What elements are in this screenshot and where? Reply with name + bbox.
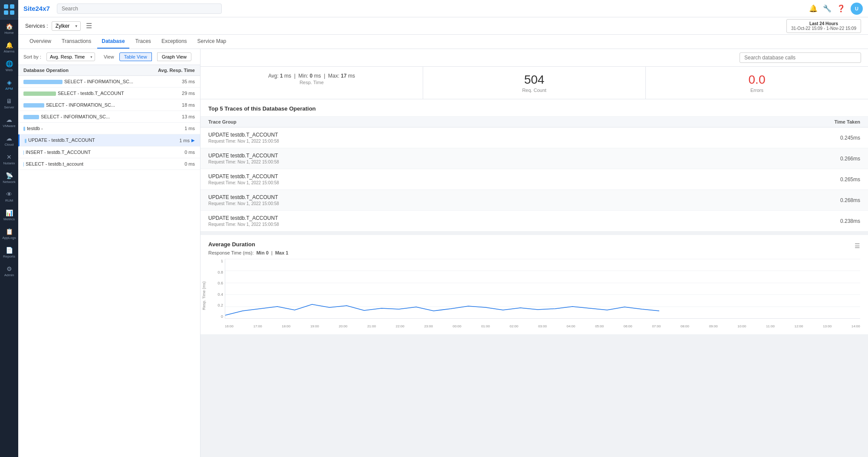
sidebar-item-label: Home [4, 31, 13, 35]
chart-line [225, 304, 659, 315]
tab-service-map[interactable]: Service Map [193, 35, 231, 49]
graph-view-button[interactable]: Graph View [157, 52, 191, 61]
grid-icon [3, 3, 15, 16]
x-axis-tick: 04:00 [567, 324, 575, 328]
x-axis-tick: 01:00 [481, 324, 490, 328]
traces-section: Top 5 Traces of this Database Operation … [201, 99, 868, 232]
trace-operation: UPDATE testdb.T_ACCOUNT [208, 153, 279, 159]
db-time: 1 ms [184, 126, 195, 131]
tab-exceptions[interactable]: Exceptions [157, 35, 191, 49]
tab-database[interactable]: Database [97, 35, 129, 49]
table-row[interactable]: INSERT - testdb.T_ACCOUNT 0 ms [18, 147, 200, 158]
search-bar [201, 49, 868, 67]
trace-operation: UPDATE testdb.T_ACCOUNT [208, 194, 279, 200]
apm-icon: ◈ [7, 79, 12, 86]
list-item[interactable]: UPDATE testdb.T_ACCOUNT Request Time: No… [201, 169, 868, 190]
right-panel: Avg: 1 ms | Min: 0 ms | Max: 17 ms Resp.… [201, 49, 868, 457]
chart-menu-icon[interactable]: ☰ [855, 242, 860, 249]
tab-traces[interactable]: Traces [131, 35, 155, 49]
sidebar-item-rum[interactable]: 👁 RUM [0, 187, 18, 206]
tab-transactions[interactable]: Transactions [57, 35, 95, 49]
x-axis-tick: 19:00 [310, 324, 319, 328]
chart-x-axis: 16:0017:0018:0019:0020:0021:0022:0023:00… [225, 324, 860, 328]
trace-info: UPDATE testdb.T_ACCOUNT Request Time: No… [208, 132, 279, 144]
table-row[interactable]: SELECT - INFORMATION_SC... 35 ms [18, 76, 200, 88]
db-operation-name: UPDATE - testdb.T_ACCOUNT [25, 137, 176, 143]
table-row[interactable]: testdb - 1 ms [18, 123, 200, 134]
sidebar-item-alarms[interactable]: 🔔 Alarms [0, 38, 18, 57]
trace-request-time: Request Time: Nov 1, 2022 15:00:58 [208, 139, 279, 144]
question-icon[interactable]: ❓ [837, 4, 845, 13]
y-axis-tick: 0.6 [217, 281, 223, 285]
topbar-search-input[interactable] [57, 3, 222, 14]
bar-indicator [25, 139, 26, 143]
table-row[interactable]: UPDATE - testdb.T_ACCOUNT 1 ms ▶ [18, 134, 200, 146]
x-axis-tick: 22:00 [396, 324, 404, 328]
sidebar-item-web[interactable]: 🌐 Web [0, 57, 18, 75]
table-row[interactable]: SELECT - testdb.t_account 0 ms [18, 158, 200, 170]
table-view-button[interactable]: Table View [119, 52, 152, 61]
list-item[interactable]: UPDATE testdb.T_ACCOUNT Request Time: No… [201, 190, 868, 211]
chart-resp-label: Response Time (ms): Min 0 | Max 1 [208, 250, 860, 255]
sidebar-item-admin[interactable]: ⚙ Admin [0, 262, 18, 281]
db-operation-name: SELECT - testdb.t_account [23, 161, 181, 166]
cloud-icon: ☁ [6, 135, 12, 142]
nutanix-icon: ✕ [7, 153, 12, 160]
topbar-right: 🔔 🔧 ❓ U [809, 3, 863, 15]
x-axis-tick: 20:00 [339, 324, 348, 328]
list-item[interactable]: UPDATE testdb.T_ACCOUNT Request Time: No… [201, 148, 868, 169]
tab-overview[interactable]: Overview [25, 35, 56, 49]
service-select[interactable]: Zylker [52, 21, 81, 31]
sidebar-item-home[interactable]: 🏠 Home [0, 20, 18, 38]
service-select-wrap: Zylker [52, 21, 81, 31]
db-operation-name: SELECT - testdb.T_ACCOUNT [23, 91, 178, 96]
table-row[interactable]: SELECT - INFORMATION_SC... 13 ms [18, 111, 200, 123]
sidebar-item-nutanix[interactable]: ✕ Nutanix [0, 150, 18, 169]
home-icon: 🏠 [6, 23, 13, 30]
x-axis-tick: 02:00 [510, 324, 518, 328]
alarms-icon: 🔔 [6, 42, 13, 49]
db-operation-name: testdb - [23, 126, 181, 131]
server-icon: 🖥 [6, 98, 12, 104]
resp-label: Response Time (ms): [208, 250, 254, 255]
date-range[interactable]: Last 24 Hours 31-Oct-22 15:09 - 1-Nov-22… [786, 19, 861, 33]
sidebar-item-cloud[interactable]: ☁ Cloud [0, 131, 18, 150]
db-time: 29 ms [182, 91, 195, 96]
sidebar-item-label: Web [6, 68, 13, 72]
sidebar-item-vmware[interactable]: ☁ VMware [0, 113, 18, 131]
sidebar-item-label: Alarms [4, 49, 15, 53]
avatar[interactable]: U [851, 3, 863, 15]
bell-icon[interactable]: 🔔 [809, 4, 818, 13]
sort-select[interactable]: Avg. Resp. Time [46, 52, 95, 61]
sort-label: Sort by : [23, 54, 41, 59]
service-bar: Services : Zylker ☰ Last 24 Hours 31-Oct… [18, 17, 868, 35]
bar-indicator [23, 150, 24, 155]
sidebar-item-label: Metrics [3, 217, 15, 221]
sidebar-item-apm[interactable]: ◈ APM [0, 75, 18, 94]
max-val: 17 [341, 73, 346, 79]
sidebar-item-network[interactable]: 📡 Network [0, 169, 18, 187]
req-count-label: Req. Count [432, 88, 637, 93]
trace-table-header: Trace Group Time Taken [201, 117, 868, 127]
date-range-value: 31-Oct-22 15:09 - 1-Nov-22 15:09 [791, 26, 856, 31]
sidebar-item-metrics[interactable]: 📊 Metrics [0, 206, 18, 225]
svg-rect-2 [4, 10, 8, 15]
table-row[interactable]: SELECT - INFORMATION_SC... 18 ms [18, 99, 200, 111]
admin-icon: ⚙ [7, 265, 12, 272]
hamburger-icon[interactable]: ☰ [86, 22, 92, 30]
col-operation: Database Operation [23, 68, 69, 73]
traces-title: Top 5 Traces of this Database Operation [201, 99, 868, 117]
wrench-icon[interactable]: 🔧 [823, 4, 832, 13]
svg-rect-1 [10, 4, 14, 9]
search-db-input[interactable] [740, 52, 861, 63]
sidebar-logo [0, 0, 18, 20]
sidebar-item-applogs[interactable]: 📋 AppLogs [0, 225, 18, 243]
list-item[interactable]: UPDATE testdb.T_ACCOUNT Request Time: No… [201, 127, 868, 148]
x-axis-tick: 05:00 [595, 324, 604, 328]
list-item[interactable]: UPDATE testdb.T_ACCOUNT Request Time: No… [201, 211, 868, 232]
sidebar-item-server[interactable]: 🖥 Server [0, 94, 18, 113]
y-axis-tick: 0 [221, 314, 223, 319]
table-row[interactable]: SELECT - testdb.T_ACCOUNT 29 ms [18, 88, 200, 99]
sidebar-item-label: VMware [3, 124, 15, 128]
sidebar-item-reports[interactable]: 📄 Reports [0, 243, 18, 262]
